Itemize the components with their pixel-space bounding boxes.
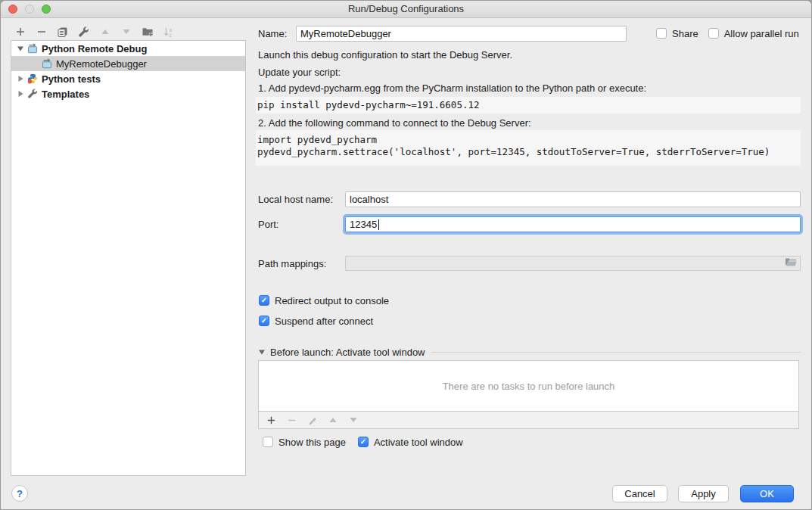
move-down-icon [122, 27, 131, 36]
copy-icon [57, 26, 68, 38]
svg-text:z: z [170, 32, 172, 37]
add-icon [266, 415, 276, 425]
local-host-label: Local host name: [258, 194, 345, 205]
port-label: Port: [258, 219, 345, 230]
settrace-code-line1: import pydevd_pycharm [257, 134, 801, 146]
remove-icon [36, 26, 47, 37]
move-up-icon [328, 415, 338, 424]
intro-text: Launch this debug configuration to start… [258, 49, 512, 61]
help-button[interactable]: ? [11, 485, 28, 502]
before-launch-task-list[interactable]: There are no tasks to run before launch [258, 360, 799, 412]
open-folder-icon[interactable] [785, 257, 797, 269]
before-launch-empty-text: There are no tasks to run before launch [443, 381, 615, 392]
show-this-page-checkbox[interactable] [263, 437, 273, 447]
suspend-after-connect-row: Suspend after connect [259, 315, 373, 327]
copy-configuration-button[interactable] [57, 26, 68, 38]
run-debug-configurations-dialog: Run/Debug Configurations az [0, 0, 812, 510]
remote-debug-config-icon [27, 43, 38, 54]
sort-alphabetically-button[interactable]: az [163, 26, 174, 38]
chevron-down-icon[interactable] [17, 45, 24, 52]
settrace-code: import pydevd_pycharm pydevd_pycharm.set… [256, 130, 801, 166]
edit-task-button[interactable] [306, 415, 318, 426]
new-folder-button[interactable] [142, 26, 153, 38]
add-icon [15, 26, 26, 37]
activate-tool-window-label: Activate tool window [374, 437, 463, 448]
tree-item-templates[interactable]: Templates [11, 86, 245, 101]
remove-configuration-button[interactable] [36, 26, 47, 38]
templates-wrench-icon [27, 89, 38, 99]
settrace-code-line2: pydevd_pycharm.settrace('localhost', por… [257, 146, 801, 158]
step2-text: 2. Add the following command to connect … [258, 117, 531, 129]
local-host-row: Local host name: [258, 191, 801, 207]
cancel-button[interactable]: Cancel [612, 485, 667, 502]
move-up-icon [101, 27, 110, 36]
section-divider [431, 352, 801, 353]
redirect-output-row: Redirect output to console [259, 294, 389, 306]
show-this-page-label: Show this page [278, 437, 346, 448]
name-label: Name: [258, 28, 296, 39]
move-down-icon [349, 415, 358, 424]
suspend-after-connect-checkbox[interactable] [259, 316, 269, 326]
before-launch-toolbar [258, 412, 799, 429]
name-input[interactable] [296, 26, 627, 42]
redirect-output-label: Redirect output to console [275, 295, 389, 306]
tree-item-label: MyRemoteDebugger [56, 58, 147, 70]
update-script-text: Update your script: [258, 67, 341, 78]
before-launch-header[interactable]: Before launch: Activate tool window [258, 346, 801, 358]
share-label: Share [672, 28, 698, 39]
pip-install-code: pip install pydevd-pycharm~=191.6605.12 [256, 97, 801, 114]
page-options-row: Show this page Activate tool window [263, 436, 463, 448]
new-folder-icon [142, 26, 154, 38]
tree-item-myremotedebugger[interactable]: MyRemoteDebugger [11, 56, 245, 71]
ok-button[interactable]: OK [740, 485, 794, 502]
tree-item-label: Templates [42, 89, 89, 100]
path-mappings-label: Path mappings: [258, 258, 345, 269]
pencil-icon [307, 415, 317, 425]
move-up-button[interactable] [99, 26, 110, 38]
configurations-toolbar: az [14, 25, 174, 39]
tree-item-python-tests[interactable]: Python tests [11, 71, 245, 86]
allow-parallel-run-checkbox[interactable] [708, 28, 719, 39]
port-input[interactable] [345, 216, 801, 232]
path-mappings-row: Path mappings: [258, 255, 801, 272]
name-row: Name: Share Allow parallel run [258, 24, 805, 42]
remove-task-button[interactable] [286, 415, 297, 426]
python-tests-icon [27, 73, 38, 84]
move-task-down-button[interactable] [347, 415, 359, 426]
text-caret [378, 219, 379, 230]
move-task-up-button[interactable] [327, 415, 338, 426]
tree-item-label: Python tests [42, 73, 101, 85]
remote-debug-config-icon [42, 58, 52, 69]
port-row: Port: [258, 215, 801, 233]
tree-item-python-remote-debug[interactable]: Python Remote Debug [11, 41, 245, 56]
help-icon: ? [17, 488, 23, 499]
apply-button[interactable]: Apply [678, 485, 729, 502]
local-host-input[interactable] [345, 191, 801, 207]
tree-item-label: Python Remote Debug [42, 43, 147, 54]
activate-tool-window-checkbox[interactable] [358, 437, 369, 447]
share-checkbox[interactable] [656, 28, 667, 39]
window-title: Run/Debug Configurations [1, 3, 811, 14]
edit-templates-button[interactable] [78, 26, 89, 38]
sort-az-icon: az [163, 26, 174, 38]
suspend-after-connect-label: Suspend after connect [275, 316, 373, 327]
before-launch-title: Before launch: Activate tool window [270, 347, 425, 358]
wrench-icon [78, 26, 89, 38]
step1-text: 1. Add pydevd-pycharm.egg from the PyCha… [258, 82, 646, 94]
configurations-tree: Python Remote Debug MyRemoteDebugger Pyt… [11, 40, 246, 476]
remove-icon [287, 415, 297, 425]
title-bar: Run/Debug Configurations [1, 1, 811, 18]
move-down-button[interactable] [120, 26, 132, 38]
allow-parallel-run-label: Allow parallel run [724, 28, 799, 39]
svg-text:a: a [170, 26, 173, 32]
chevron-down-icon[interactable] [258, 348, 266, 356]
chevron-right-icon[interactable] [17, 90, 24, 98]
chevron-right-icon[interactable] [17, 75, 24, 82]
add-configuration-button[interactable] [14, 26, 26, 38]
add-task-button[interactable] [266, 415, 277, 426]
redirect-output-checkbox[interactable] [259, 295, 269, 306]
path-mappings-field[interactable] [345, 256, 801, 271]
